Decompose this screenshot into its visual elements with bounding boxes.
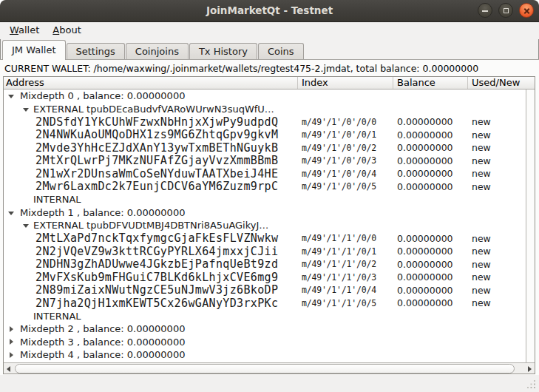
address-cell: 2NDHN3gZhADUwwe4JGkzbEjPafnqUeBt9zd <box>4 257 298 271</box>
column-header-index[interactable]: Index <box>298 77 393 89</box>
address-cell: EXTERNAL tpubDEcaBudvfVARoWUrwN3suqWfU… <box>4 104 298 115</box>
tree-row[interactable]: INTERNAL <box>4 193 535 206</box>
tree-row[interactable]: Mixdepth 2 , balance: 0.00000000 <box>4 322 535 336</box>
address-label: 2MtLXaPd7nckTqxfymgcGjaFkEsFLVZNwkw <box>35 232 278 245</box>
tree-row[interactable]: Mixdepth 0 , balance: 0.00000000 <box>4 89 535 103</box>
tab-coins[interactable]: Coins <box>258 43 304 60</box>
tab-pane: CURRENT WALLET: /home/waxwing/.joinmarke… <box>0 59 539 375</box>
tree-row[interactable]: 2NDHN3gZhADUwwe4JGkzbEjPafnqUeBt9zdm/49'… <box>4 258 535 271</box>
wallet-tree: AddressIndexBalanceUsed/New Mixdepth 0 ,… <box>3 76 535 374</box>
tree-row[interactable]: Mixdepth 4 , balance: 0.00000000 <box>4 348 535 362</box>
address-label: 2N89miZaixNWutNgzCE5uNJmwV3jz6BkoDP <box>35 283 278 297</box>
title-bar[interactable]: JoinMarketQt - Testnet <box>0 0 539 22</box>
used-new-cell: new <box>468 129 535 141</box>
tree-row[interactable]: EXTERNAL tpubDFVUDtMBJ4DBTNri8A5uAGikyJ… <box>4 219 535 232</box>
balance-cell: 0.00000000 <box>393 181 468 192</box>
address-cell: 2N4NWKuAoUMQoDHX1zs9MG6ZhtqGpv9gkvM <box>4 128 298 141</box>
scroll-right-button[interactable] <box>524 363 535 374</box>
used-new-cell: new <box>468 181 535 192</box>
expand-arrow-icon[interactable] <box>8 339 16 345</box>
index-cell: m/49'/1'/0'/0/4 <box>298 169 393 179</box>
used-new-cell: new <box>468 116 535 127</box>
window-title: JoinMarketQt - Testnet <box>0 0 539 21</box>
index-cell: m/49'/1'/0'/0/1 <box>298 129 393 140</box>
index-cell: m/49'/1'/1'/0/5 <box>298 298 393 308</box>
address-cell: 2N7jha2QjH1xmKEWT5Cx26wGANyYD3rxPKc <box>4 297 298 310</box>
column-header-address[interactable]: Address <box>4 77 298 89</box>
menu-item-wallet[interactable]: Wallet <box>3 22 46 39</box>
address-label: 2Mvde3YhHcEZJdXAnY13ywTxmBEThNGuykB <box>35 141 278 155</box>
address-cell: 2Mvde3YhHcEZJdXAnY13ywTxmBEThNGuykB <box>4 141 298 155</box>
used-new-cell: new <box>468 271 535 283</box>
scroll-left-button[interactable] <box>4 363 14 374</box>
tree-row[interactable]: 2MvFXsKub9mFHGuiC7BLKd6kLhjxCVE6mg9m/49'… <box>4 271 535 284</box>
address-cell: 2MtLXaPd7nckTqxfymgcGjaFkEsFLVZNwkw <box>4 232 298 245</box>
index-cell: m/49'/1'/0'/0/2 <box>298 143 393 153</box>
tree-row[interactable]: 2Mvde3YhHcEZJdXAnY13ywTxmBEThNGuykBm/49'… <box>4 141 535 155</box>
address-cell: 2NDSfdY1YkCUhWFzwxNbHnjxXjwPy9udpdQ <box>4 115 298 129</box>
used-new-cell: new <box>468 297 535 308</box>
address-label: 2N2jVQeVZ9w3kttRCGyPYRLX64jmxxjCJii <box>35 245 278 258</box>
horizontal-scrollbar[interactable] <box>4 362 535 374</box>
address-label: 2MvFXsKub9mFHGuiC7BLKd6kLhjxCVE6mg9 <box>35 271 278 284</box>
address-cell: 2MvFXsKub9mFHGuiC7BLKd6kLhjxCVE6mg9 <box>4 271 298 284</box>
balance-cell: 0.00000000 <box>393 297 468 308</box>
tab-settings[interactable]: Settings <box>67 43 125 60</box>
address-label: Mixdepth 2 , balance: 0.00000000 <box>20 323 185 334</box>
tree-row[interactable]: 2Mwr6LaxmDc2k7EunjCDCV6aYM6Zuzm9rpCm/49'… <box>4 180 535 194</box>
collapse-arrow-icon[interactable] <box>8 210 16 215</box>
index-cell: m/49'/1'/1'/0/2 <box>298 259 393 269</box>
expand-arrow-icon[interactable] <box>8 352 16 358</box>
collapse-arrow-icon[interactable] <box>23 107 30 112</box>
tree-row[interactable]: EXTERNAL tpubDEcaBudvfVARoWUrwN3suqWfU… <box>4 103 535 116</box>
tab-bar: JM WalletSettingsCoinjoinsTx HistoryCoin… <box>0 39 539 60</box>
tree-row[interactable]: 2N7jha2QjH1xmKEWT5Cx26wGANyYD3rxPKcm/49'… <box>4 297 535 310</box>
close-button[interactable] <box>519 3 534 18</box>
minimize-button[interactable] <box>478 3 492 18</box>
tree-row[interactable]: 2N89miZaixNWutNgzCE5uNJmwV3jz6BkoDPm/49'… <box>4 284 535 297</box>
tree-row[interactable]: Mixdepth 3 , balance: 0.00000000 <box>4 336 535 349</box>
resize-grip-icon[interactable] <box>527 380 536 389</box>
address-label: 2Mwr6LaxmDc2k7EunjCDCV6aYM6Zuzm9rpC <box>35 180 278 193</box>
collapse-arrow-icon[interactable] <box>8 93 16 98</box>
column-header-used-new[interactable]: Used/New <box>468 77 535 89</box>
tree-row[interactable]: 2MtLXaPd7nckTqxfymgcGjaFkEsFLVZNwkwm/49'… <box>4 232 535 246</box>
balance-cell: 0.00000000 <box>393 246 468 257</box>
tree-row[interactable]: 2N1wXr2DUnsaWmCoSeNYduwTAATXbeiJ4HEm/49'… <box>4 167 535 180</box>
horizontal-scroll-thumb[interactable] <box>15 364 515 374</box>
horizontal-scroll-track[interactable] <box>14 363 524 374</box>
address-cell: Mixdepth 0 , balance: 0.00000000 <box>4 90 298 101</box>
used-new-cell: new <box>468 142 535 153</box>
balance-cell: 0.00000000 <box>393 129 468 141</box>
address-label: 2NDSfdY1YkCUhWFzwxNbHnjxXjwPy9udpdQ <box>35 115 278 129</box>
column-header-balance[interactable]: Balance <box>393 77 468 89</box>
address-cell: 2Mwr6LaxmDc2k7EunjCDCV6aYM6Zuzm9rpC <box>4 180 298 193</box>
address-cell: Mixdepth 4 , balance: 0.00000000 <box>4 349 298 360</box>
index-cell: m/49'/1'/0'/0/5 <box>298 181 393 192</box>
tree-row[interactable]: 2N2jVQeVZ9w3kttRCGyPYRLX64jmxxjCJiim/49'… <box>4 245 535 258</box>
address-label: Mixdepth 1 , balance: 0.00000000 <box>20 207 185 218</box>
expand-arrow-icon[interactable] <box>8 326 16 332</box>
used-new-cell: new <box>468 155 535 166</box>
address-label: INTERNAL <box>33 194 81 205</box>
tree-row[interactable]: 2N4NWKuAoUMQoDHX1zs9MG6ZhtqGpv9gkvMm/49'… <box>4 129 535 142</box>
address-cell: EXTERNAL tpubDFVUDtMBJ4DBTNri8A5uAGikyJ… <box>4 220 298 231</box>
tab-jm-wallet[interactable]: JM Wallet <box>2 40 66 60</box>
menu-item-about[interactable]: About <box>46 22 87 39</box>
vertical-scrollbar[interactable] <box>526 89 535 362</box>
tab-coinjoins[interactable]: Coinjoins <box>126 43 189 60</box>
address-cell: 2N1wXr2DUnsaWmCoSeNYduwTAATXbeiJ4HE <box>4 167 298 180</box>
tree-row[interactable]: INTERNAL <box>4 310 535 323</box>
address-cell: 2MtXrQLwrPj7MKzNUFAfZGjayVvzXmmBBmB <box>4 154 298 167</box>
collapse-arrow-icon[interactable] <box>23 223 30 228</box>
tree-row[interactable]: 2NDSfdY1YkCUhWFzwxNbHnjxXjwPy9udpdQm/49'… <box>4 115 535 129</box>
tree-row[interactable]: Mixdepth 1 , balance: 0.00000000 <box>4 206 535 220</box>
used-new-cell: new <box>468 285 535 296</box>
index-cell: m/49'/1'/0'/0/0 <box>298 117 393 127</box>
address-cell: Mixdepth 3 , balance: 0.00000000 <box>4 337 298 348</box>
address-label: EXTERNAL tpubDEcaBudvfVARoWUrwN3suqWfU… <box>33 104 274 115</box>
tree-row[interactable]: 2MtXrQLwrPj7MKzNUFAfZGjayVvzXmmBBmBm/49'… <box>4 155 535 168</box>
app-window: JoinMarketQt - Testnet WalletAbout JM Wa… <box>0 0 539 392</box>
maximize-button[interactable] <box>498 3 513 18</box>
tab-tx-history[interactable]: Tx History <box>189 43 257 60</box>
